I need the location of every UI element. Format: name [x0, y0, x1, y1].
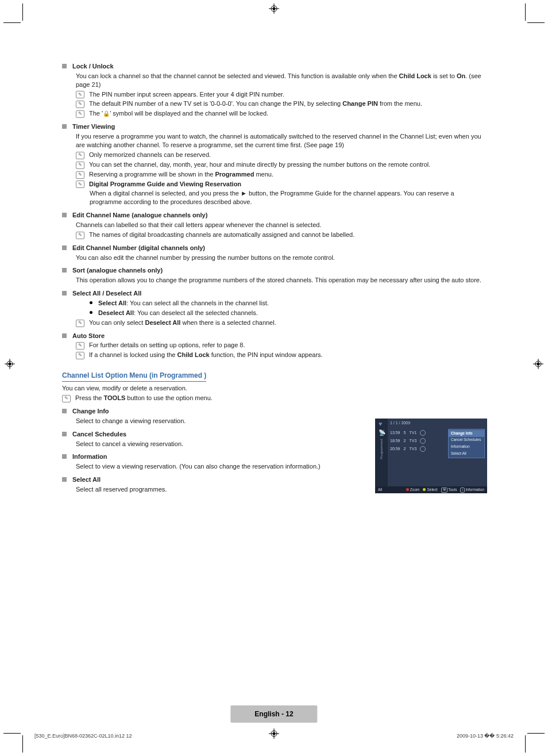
heading-edit-channel-number: Edit Channel Number (digital channels on… — [62, 244, 487, 252]
tv-menu-item: Information — [449, 444, 484, 451]
tools-key-icon: ⚒ — [441, 488, 447, 493]
note-icon: ✎ — [76, 171, 84, 179]
yellow-dot-icon — [423, 488, 426, 491]
note-icon: ✎ — [76, 352, 84, 359]
note-icon: ✎ — [76, 110, 84, 118]
note-icon: ✎ — [76, 320, 84, 327]
note-line: ✎Digital Programme Guide and Viewing Res… — [62, 180, 487, 189]
tv-row: 13:595TV1 — [390, 429, 447, 437]
note-line: ✎The '🔒' symbol will be displayed and th… — [62, 109, 487, 118]
paragraph: You can view, modify or delete a reserva… — [62, 384, 487, 393]
tv-sidebar-label: Programmed — [379, 439, 384, 459]
bullet-icon — [90, 301, 92, 304]
registration-mark-icon — [533, 359, 543, 369]
square-bullet-icon — [62, 124, 67, 129]
note-icon: ✎ — [62, 395, 71, 402]
crop-mark — [527, 733, 545, 734]
manual-page: Lock / Unlock You can lock a channel so … — [0, 0, 548, 756]
square-bullet-icon — [62, 291, 67, 296]
square-bullet-icon — [62, 213, 67, 217]
heading-auto-store: Auto Store — [62, 332, 487, 340]
note-line: ✎You can only select Deselect All when t… — [62, 318, 487, 327]
note-line: ✎Press the TOOLS button to use the optio… — [62, 394, 487, 402]
square-bullet-icon — [62, 245, 67, 250]
note-line: ✎The names of digital broadcasting chann… — [62, 231, 487, 239]
heading-lock-unlock: Lock / Unlock — [62, 62, 487, 71]
lock-icon: 🔒 — [103, 110, 110, 117]
heading-timer-viewing: Timer Viewing — [62, 122, 487, 131]
square-bullet-icon — [62, 268, 67, 273]
tv-row: 20:592TV3 — [390, 445, 447, 453]
note-icon: ✎ — [76, 342, 84, 350]
tv-menu-item: Select All — [449, 450, 484, 457]
heading-change-info: Change Info — [62, 407, 487, 416]
tv-row: 18:592TV3 — [390, 437, 447, 445]
svg-point-11 — [9, 363, 11, 366]
heading-edit-channel-name: Edit Channel Name (analogue channels onl… — [62, 211, 487, 220]
tv-rows: 13:595TV1 18:592TV3 20:592TV3 — [390, 429, 447, 453]
tv-tools-menu: Change Info Cancel Schedules Information… — [448, 429, 485, 458]
note-icon: ✎ — [76, 152, 84, 159]
crop-mark — [527, 22, 545, 23]
registration-mark-icon — [269, 728, 279, 739]
note-icon: ✎ — [76, 162, 84, 169]
tv-menu-item: Cancel Schedules — [449, 437, 484, 444]
crop-mark — [525, 3, 526, 21]
square-bullet-icon — [62, 64, 67, 68]
bullet-line: Deselect All: You can deselect all the s… — [62, 309, 487, 317]
paragraph: You can also edit the channel number by … — [62, 254, 487, 262]
red-dot-icon — [406, 488, 409, 491]
crop-mark — [3, 733, 21, 734]
note-icon: ✎ — [76, 181, 84, 188]
tv-menu-item: Change Info — [449, 430, 484, 437]
footer-timestamp: 2009-10-13 �� 5:26:42 — [457, 733, 514, 739]
tv-all-label: All — [378, 488, 382, 493]
paragraph: When a digital channel is selected, and … — [62, 189, 487, 206]
note-icon: ✎ — [76, 232, 84, 239]
paragraph: If you reserve a programme you want to w… — [62, 132, 487, 149]
svg-point-15 — [537, 363, 540, 366]
bullet-line: Select All: You can select all the chann… — [62, 299, 487, 308]
clock-icon — [420, 430, 426, 436]
svg-point-7 — [273, 732, 276, 735]
note-line: ✎The default PIN number of a new TV set … — [62, 99, 487, 108]
square-bullet-icon — [62, 432, 67, 436]
crop-mark — [22, 735, 23, 753]
section-title-option-menu: Channel List Option Menu (in Programmed … — [62, 371, 206, 382]
heart-icon: ♥ — [379, 421, 384, 427]
square-bullet-icon — [62, 333, 67, 338]
paragraph: You can lock a channel so that the chann… — [62, 72, 487, 89]
info-key-icon: i — [460, 488, 464, 493]
registration-mark-icon — [5, 359, 15, 369]
heading-select-all: Select All / Deselect All — [62, 289, 487, 298]
note-line: ✎You can set the channel, day, month, ye… — [62, 160, 487, 169]
registration-mark-icon — [269, 3, 279, 14]
bullet-icon — [90, 311, 92, 314]
note-icon: ✎ — [76, 91, 84, 98]
tv-sidebar: ♥ 📡 Programmed — [375, 419, 388, 486]
note-line: ✎Reserving a programme will be shown in … — [62, 170, 487, 179]
tv-date: 1 / 1 / 2009 — [390, 420, 410, 425]
crop-mark — [525, 735, 526, 753]
note-line: ✎For further details on setting up optio… — [62, 341, 487, 350]
crop-mark — [22, 3, 23, 21]
svg-point-3 — [273, 7, 276, 10]
satellite-icon: 📡 — [379, 430, 384, 436]
crop-mark — [3, 22, 21, 23]
square-bullet-icon — [62, 409, 67, 413]
clock-icon — [420, 446, 426, 452]
note-line: ✎Only memorized channels can be reserved… — [62, 151, 487, 159]
clock-icon — [420, 438, 426, 444]
note-line: ✎The PIN number input screen appears. En… — [62, 90, 487, 99]
paragraph: This operation allows you to change the … — [62, 276, 487, 285]
page-number-pill: English - 12 — [230, 705, 317, 723]
paragraph: Channels can labelled so that their call… — [62, 221, 487, 229]
tv-screenshot: ♥ 📡 Programmed 1 / 1 / 2009 13:595TV1 18… — [375, 419, 487, 493]
heading-sort: Sort (analogue channels only) — [62, 266, 487, 275]
square-bullet-icon — [62, 454, 67, 459]
body-text: Lock / Unlock You can lock a channel so … — [62, 57, 487, 495]
footer-file-info: [530_E.Euro]BN68-02362C-02L10.in12 12 — [34, 733, 132, 739]
note-line: ✎If a channel is locked using the Child … — [62, 351, 487, 359]
note-icon: ✎ — [76, 101, 84, 108]
square-bullet-icon — [62, 477, 67, 482]
